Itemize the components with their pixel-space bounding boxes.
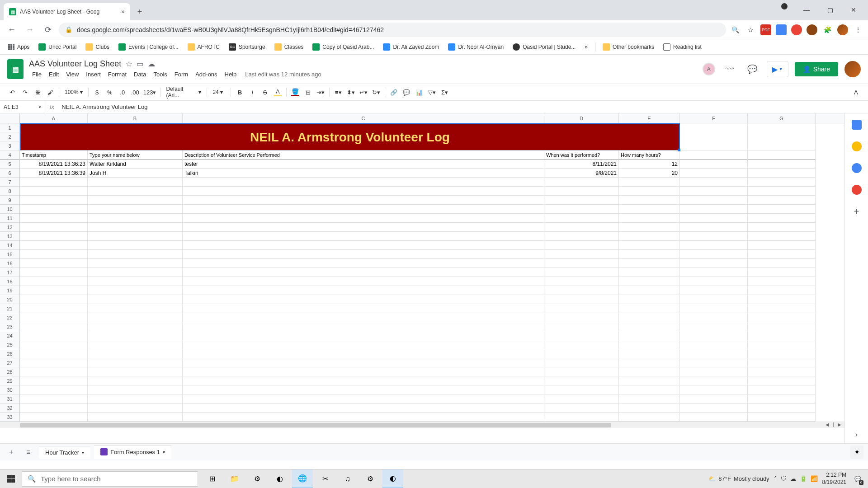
cell[interactable] [619,223,680,232]
bookmark-clubs[interactable]: Clubs [82,42,113,52]
cell[interactable] [619,331,680,340]
cell[interactable] [680,214,748,223]
cell[interactable] [183,394,544,404]
cell[interactable] [544,304,619,313]
menu-edit[interactable]: Edit [46,70,62,79]
cell[interactable] [20,277,88,286]
cell[interactable] [183,286,544,295]
cell[interactable] [748,358,816,367]
cell[interactable] [748,123,816,150]
cell[interactable] [20,376,88,385]
cell[interactable] [619,340,680,349]
comments-icon[interactable]: 💬 [744,61,760,77]
tray-overflow-icon[interactable]: ˄ [774,475,777,482]
tray-battery-icon[interactable]: 🔋 [800,475,807,482]
cell[interactable] [544,250,619,259]
cell[interactable] [183,413,544,422]
row-header-14[interactable]: 14 [0,241,20,250]
cell[interactable] [544,376,619,385]
cell[interactable] [748,376,816,385]
row-header-15[interactable]: 15 [0,250,20,259]
star-icon[interactable]: ☆ [745,24,756,35]
cell[interactable] [748,367,816,376]
cell[interactable] [619,385,680,394]
sheet-tab-hour-tracker[interactable]: Hour Tracker ▾ [39,446,90,459]
bookmark-afrotc[interactable]: AFROTC [184,42,223,52]
cell[interactable] [183,404,544,413]
cell[interactable] [88,349,183,358]
cell[interactable] [544,187,619,196]
row-header-22[interactable]: 22 [0,313,20,322]
zoom-select[interactable]: 100% ▾ [62,88,85,96]
cell[interactable] [20,349,88,358]
cell[interactable] [680,250,748,259]
cell[interactable] [680,277,748,286]
row-header-12[interactable]: 12 [0,223,20,232]
cell[interactable] [544,259,619,268]
cell[interactable] [88,304,183,313]
forward-button[interactable]: → [23,23,37,37]
bookmark-zayed[interactable]: Dr. Ali Zayed Zoom [379,42,443,52]
cell[interactable] [183,376,544,385]
chart-button[interactable]: 📊 [413,86,425,98]
banner-cell[interactable]: NEIL A. Armstrong Volunteer Log [20,123,680,150]
cell[interactable] [88,367,183,376]
cell[interactable] [680,268,748,277]
menu-addons[interactable]: Add-ons [192,70,220,79]
cell[interactable] [619,196,680,205]
menu-tools[interactable]: Tools [150,70,170,79]
cell[interactable] [619,232,680,241]
cell[interactable] [619,376,680,385]
scrollbar-thumb[interactable] [20,423,611,427]
cell[interactable]: Talkin [183,169,544,178]
cell[interactable]: Josh H [88,169,183,178]
taskbar-app-1[interactable]: ⚙ [247,469,268,488]
cell[interactable] [183,313,544,322]
row-header-28[interactable]: 28 [0,367,20,376]
cell[interactable] [748,232,816,241]
row-header-27[interactable]: 27 [0,358,20,367]
cell[interactable] [88,413,183,422]
menu-insert[interactable]: Insert [83,70,104,79]
row-header-25[interactable]: 25 [0,340,20,349]
cell[interactable] [183,241,544,250]
cell[interactable]: tester [183,160,544,169]
taskbar-steam-2[interactable]: ◐ [382,469,403,488]
cell[interactable] [748,196,816,205]
cell[interactable] [680,331,748,340]
cell[interactable] [20,322,88,331]
col-header-c[interactable]: C [183,113,544,123]
bookmark-events[interactable]: Events | College of... [115,42,182,52]
bold-button[interactable]: B [234,86,245,98]
cell[interactable] [88,331,183,340]
cell[interactable] [680,385,748,394]
cell[interactable] [544,232,619,241]
cell[interactable] [680,187,748,196]
cell[interactable] [88,268,183,277]
cell[interactable] [748,241,816,250]
cell[interactable] [748,277,816,286]
cell[interactable] [619,304,680,313]
ext-icon-2[interactable] [791,24,802,35]
redo-button[interactable]: ↷ [19,86,31,98]
menu-help[interactable]: Help [222,70,240,79]
cell[interactable] [680,150,748,160]
cell[interactable] [680,376,748,385]
cell[interactable] [748,205,816,214]
row-header-26[interactable]: 26 [0,349,20,358]
cell[interactable] [680,340,748,349]
taskbar-explorer[interactable]: 📁 [224,469,245,488]
cell[interactable] [544,268,619,277]
row-header-13[interactable]: 13 [0,232,20,241]
cell[interactable] [544,277,619,286]
apps-button[interactable]: Apps [5,42,33,52]
cell[interactable] [88,404,183,413]
contacts-icon[interactable] [852,185,862,195]
cell[interactable] [680,394,748,404]
taskbar-clock[interactable]: 2:12 PM 8/19/2021 [822,472,846,486]
cell[interactable] [20,259,88,268]
cell[interactable] [183,322,544,331]
taskbar-search[interactable]: 🔍 Type here to search [22,471,198,487]
fill-color-button[interactable]: 🪣 [289,86,301,98]
cell[interactable] [183,232,544,241]
